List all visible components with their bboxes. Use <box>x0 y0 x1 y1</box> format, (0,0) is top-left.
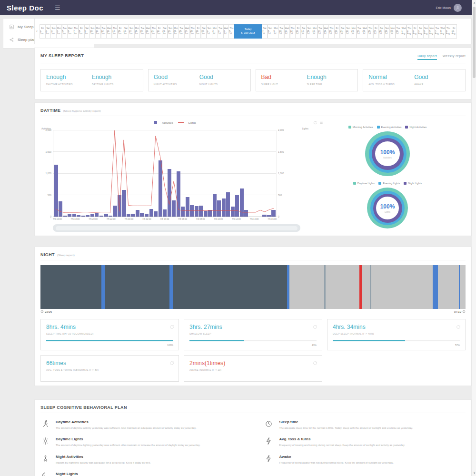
date-cell[interactable]: Wed 18. Jul <box>323 24 329 39</box>
date-cell[interactable]: Fri 27. Jul <box>373 24 379 39</box>
date-cell[interactable]: Sat 21. Jul <box>340 24 346 39</box>
refresh-icon[interactable] <box>313 121 317 125</box>
date-cell[interactable]: Wed 1. Aug <box>401 24 407 39</box>
date-cell[interactable]: Thu 9. Aug <box>446 24 451 39</box>
date-cell[interactable]: Mon 2. Jul <box>212 24 218 39</box>
date-cell[interactable]: Sun 24. Jun <box>168 24 173 39</box>
date-cell[interactable]: Mon 9. Jul <box>273 24 278 39</box>
date-prev-icon[interactable]: ‹ <box>36 29 40 33</box>
scroll-up-icon[interactable]: ∧ <box>472 1 476 5</box>
date-cell[interactable]: Sun 1. Jul <box>207 24 212 39</box>
date-cell[interactable]: Thu 5. Jul <box>228 24 234 39</box>
date-cell[interactable]: Wed 4. Jul <box>223 24 229 39</box>
timeline-segment-blue <box>101 265 105 309</box>
date-cell[interactable]: Fri 29. Jun <box>195 24 201 39</box>
date-cell[interactable]: Tue 7. Aug <box>434 24 440 39</box>
date-cell[interactable]: Sat 28. Jul <box>379 24 385 39</box>
date-cell[interactable]: Wed 6. Jun <box>67 24 73 39</box>
chart-range-slider[interactable] <box>53 224 300 232</box>
hamburger-menu-icon[interactable]: ☰ <box>55 4 60 11</box>
date-cell[interactable]: Mon 6. Aug <box>429 24 435 39</box>
refresh-icon[interactable] <box>169 359 174 367</box>
plan-item-title: Sleep time <box>279 420 413 424</box>
app-logo[interactable]: Sleep Doc <box>7 4 43 12</box>
date-cell[interactable]: Fri 8. Jun <box>79 24 84 39</box>
x-tick-label: 7/6 08:00 <box>196 218 205 220</box>
date-cell[interactable]: Sat 4. Aug <box>417 24 423 39</box>
date-cell[interactable]: Wed 13. Jun <box>106 24 112 39</box>
date-cell[interactable]: Thu 2. Aug <box>407 24 412 39</box>
refresh-icon[interactable] <box>169 323 174 331</box>
date-cell[interactable]: Fri 3. Aug <box>412 24 418 39</box>
date-cell[interactable]: Wed 20. Jun <box>145 24 151 39</box>
date-cell[interactable]: Wed 11. Jul <box>284 24 290 39</box>
date-cell[interactable]: Wed 8. Aug <box>440 24 446 39</box>
sleep-stats-grid: 8hrs. 4mins SLEEP TIME (8H~10 RECOMMENDE… <box>40 319 466 382</box>
date-cell[interactable]: Mon 23. Jul <box>351 24 357 39</box>
date-cell[interactable]: Fri 1. Jun <box>40 24 45 39</box>
date-cell[interactable]: Fri 10. Aug <box>451 24 456 39</box>
date-cell-today[interactable]: Today 6. July 2018 <box>234 24 262 39</box>
date-cell[interactable]: Mon 30. Jul <box>390 24 396 39</box>
page-scrollbar[interactable]: ∧ ∨ <box>472 0 476 476</box>
date-cell[interactable]: Sun 5. Aug <box>423 24 429 39</box>
date-cell[interactable]: Thu 7. Jun <box>73 24 79 39</box>
date-cell[interactable]: Sat 30. Jun <box>201 24 207 39</box>
date-cell[interactable]: Sat 14. Jul <box>301 24 307 39</box>
date-cell[interactable]: Tue 12. Jun <box>101 24 107 39</box>
date-cell[interactable]: Tue 24. Jul <box>357 24 362 39</box>
user-menu[interactable]: Eric Moon <box>436 4 462 12</box>
date-cell[interactable]: Mon 11. Jun <box>95 24 101 39</box>
date-cell[interactable]: Mon 4. Jun <box>56 24 62 39</box>
legend-swatch <box>404 182 407 185</box>
date-cell[interactable]: Sun 22. Jul <box>345 24 351 39</box>
x-tick-label: 7/6 14:00 <box>250 218 259 220</box>
date-cell[interactable]: Sun 15. Jul <box>307 24 312 39</box>
scroll-down-icon[interactable]: ∨ <box>472 471 476 475</box>
date-cell[interactable]: Tue 10. Jul <box>278 24 284 39</box>
date-cell[interactable]: Fri 13. Jul <box>295 24 301 39</box>
date-cell[interactable]: Thu 19. Jul <box>328 24 334 39</box>
report-tab[interactable]: Daily report <box>417 54 437 60</box>
date-cell[interactable]: Tue 26. Jun <box>178 24 184 39</box>
date-cell[interactable]: Sat 16. Jun <box>123 24 129 39</box>
date-cell[interactable]: Fri 20. Jul <box>334 24 340 39</box>
date-cell[interactable]: Sun 29. Jul <box>384 24 390 39</box>
date-cell[interactable]: Sat 7. Jul <box>262 24 268 39</box>
date-cell[interactable]: Thu 14. Jun <box>112 24 118 39</box>
date-cell[interactable]: Tue 3. Jul <box>218 24 223 39</box>
date-cell[interactable]: Thu 21. Jun <box>151 24 157 39</box>
menu-icon[interactable] <box>319 121 323 125</box>
date-cell[interactable]: Tue 19. Jun <box>139 24 145 39</box>
date-cell[interactable]: Fri 15. Jun <box>118 24 123 39</box>
date-cell[interactable]: Mon 25. Jun <box>173 24 179 39</box>
scrollbar-thumb[interactable] <box>473 7 476 78</box>
date-cell[interactable]: Sun 3. Jun <box>50 24 56 39</box>
date-cell[interactable]: Wed 27. Jun <box>184 24 190 39</box>
date-cell[interactable]: Sun 17. Jun <box>129 24 134 39</box>
refresh-icon[interactable] <box>313 359 317 367</box>
date-cell[interactable]: Thu 12. Jul <box>290 24 296 39</box>
date-cell[interactable]: Wed 25. Jul <box>362 24 367 39</box>
date-cell[interactable]: Sun 10. Jun <box>89 24 95 39</box>
date-cell[interactable]: Sat 2. Jun <box>45 24 51 39</box>
avatar[interactable] <box>454 4 462 12</box>
report-tab[interactable]: Weekly report <box>443 54 466 60</box>
date-cell[interactable]: Tue 5. Jun <box>62 24 68 39</box>
date-cell[interactable]: Sat 23. Jun <box>162 24 168 39</box>
daytime-title: DAYTIME <box>40 108 60 113</box>
date-cell[interactable]: Sun 8. Jul <box>268 24 273 39</box>
timeline-segment-light <box>326 265 359 309</box>
plan-icon <box>9 37 14 42</box>
refresh-icon[interactable] <box>456 323 461 331</box>
refresh-icon[interactable] <box>313 323 317 331</box>
date-cell[interactable]: Tue 31. Jul <box>396 24 401 39</box>
date-cell[interactable]: Sat 9. Jun <box>84 24 90 39</box>
date-cell[interactable]: Mon 16. Jul <box>312 24 317 39</box>
date-cell[interactable]: Thu 26. Jul <box>367 24 373 39</box>
lights-donut: 100% Lights <box>367 188 408 228</box>
date-cell[interactable]: Thu 28. Jun <box>190 24 196 39</box>
date-cell[interactable]: Mon 18. Jun <box>134 24 140 39</box>
date-cell[interactable]: Tue 17. Jul <box>317 24 323 39</box>
date-cell[interactable]: Fri 22. Jun <box>156 24 162 39</box>
